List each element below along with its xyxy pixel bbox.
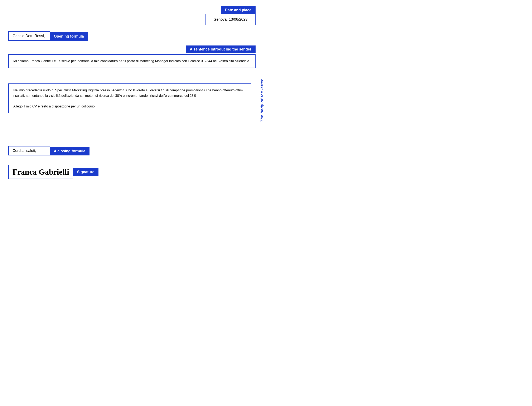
date-place-section: Date and place Genova, 13/06/2023	[206, 6, 256, 25]
opening-section: Gentile Dott. Rossi, Opening formula	[8, 31, 88, 41]
closing-text: Cordiali saluti,	[8, 146, 50, 155]
opening-text: Gentile Dott. Rossi,	[8, 31, 50, 41]
intro-sender-label: A sentence introducing the sender	[186, 45, 256, 53]
body-paragraph1: Nel mio precedente ruolo di Specialista …	[13, 88, 246, 98]
body-label: The body of the letter	[260, 79, 264, 122]
date-place-value: Genova, 13/06/2023	[206, 14, 256, 25]
signature-label: Signature	[73, 168, 99, 176]
intro-text: Mi chiamo Franca Gabrielli e Le scrivo p…	[8, 54, 256, 68]
opening-label: Opening formula	[50, 32, 88, 41]
body-box: Nel mio precedente ruolo di Specialista …	[8, 83, 252, 113]
signature-section: Franca Gabrielli Signature	[8, 165, 99, 179]
intro-paragraph-section: Mi chiamo Franca Gabrielli e Le scrivo p…	[8, 54, 256, 68]
signature-text: Franca Gabrielli	[13, 167, 69, 176]
signature-box: Franca Gabrielli	[8, 165, 73, 179]
date-place-label: Date and place	[221, 6, 256, 14]
letter-page: Date and place Genova, 13/06/2023 Gentil…	[0, 0, 266, 203]
body-paragraph2: Allego il mio CV e resto a disposizione …	[13, 104, 246, 109]
intro-label-section: A sentence introducing the sender	[186, 45, 256, 53]
main-body-section: Nel mio precedente ruolo di Specialista …	[8, 83, 252, 113]
closing-section: Cordiali saluti, A closing formula	[8, 146, 89, 155]
closing-label: A closing formula	[50, 147, 89, 155]
